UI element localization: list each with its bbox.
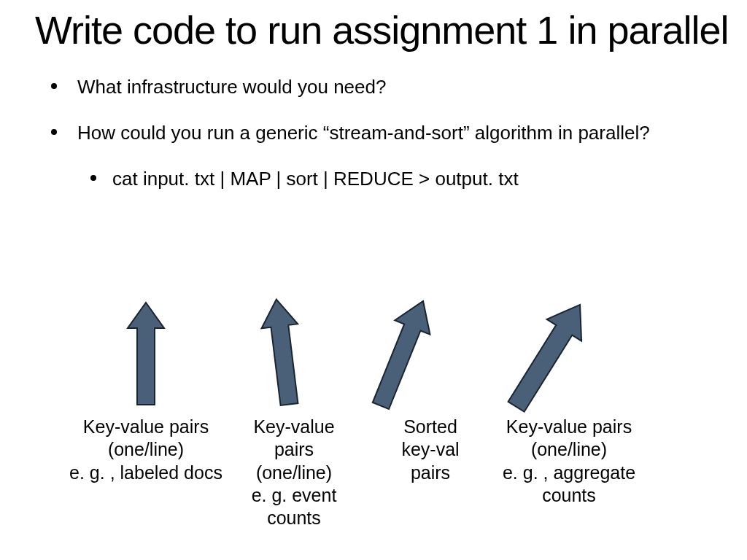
label-reduce: Key-value pairs (one/line) e. g. , aggre… [481,416,657,507]
sub-bullet-text: cat input. txt | MAP | sort | REDUCE > o… [112,166,519,192]
label-line: (one/line) [481,438,657,461]
label-line: key-val [383,438,478,461]
bullet-text: What infrastructure would you need? [77,74,386,100]
label-line: e. g. , aggregate [481,462,657,484]
bullet-list: What infrastructure would you need? How … [51,74,747,192]
label-line: Key-value pairs [58,416,233,438]
label-line: (one/line) [239,462,349,484]
bullet-dot-icon [51,129,57,135]
svg-marker-1 [258,298,307,407]
bullet-text: How could you run a generic “stream-and-… [77,120,650,146]
label-line: Key-value pairs [481,416,657,438]
label-line: e. g. , labeled docs [58,462,233,484]
svg-marker-3 [499,294,597,418]
slide-title: Write code to run assignment 1 in parall… [35,7,747,52]
label-line: (one/line) [58,438,233,461]
bullet-dot-icon [90,175,96,181]
svg-marker-2 [363,294,441,413]
label-sort: Sorted key-val pairs [383,416,478,484]
bullet-dot-icon [51,83,57,89]
label-line: counts [239,507,349,529]
label-line: Sorted [383,416,478,438]
label-line: pairs [239,438,349,461]
arrow-up-icon [489,292,605,423]
label-input: Key-value pairs (one/line) e. g. , label… [58,416,233,484]
arrow-up-icon [254,295,312,412]
diagram-area: Key-value pairs (one/line) e. g. , label… [51,299,708,532]
svg-marker-0 [128,303,164,405]
label-line: Key-value [239,416,349,438]
label-line: counts [481,484,657,507]
arrow-up-icon [357,293,445,417]
sub-bullet-item: cat input. txt | MAP | sort | REDUCE > o… [90,166,747,192]
label-line: e. g. event [239,484,349,507]
label-line: pairs [383,462,478,484]
arrow-up-icon [124,299,168,408]
bullet-item-1: What infrastructure would you need? [51,74,747,100]
label-map: Key-value pairs (one/line) e. g. event c… [239,416,349,529]
bullet-item-2: How could you run a generic “stream-and-… [51,120,747,146]
